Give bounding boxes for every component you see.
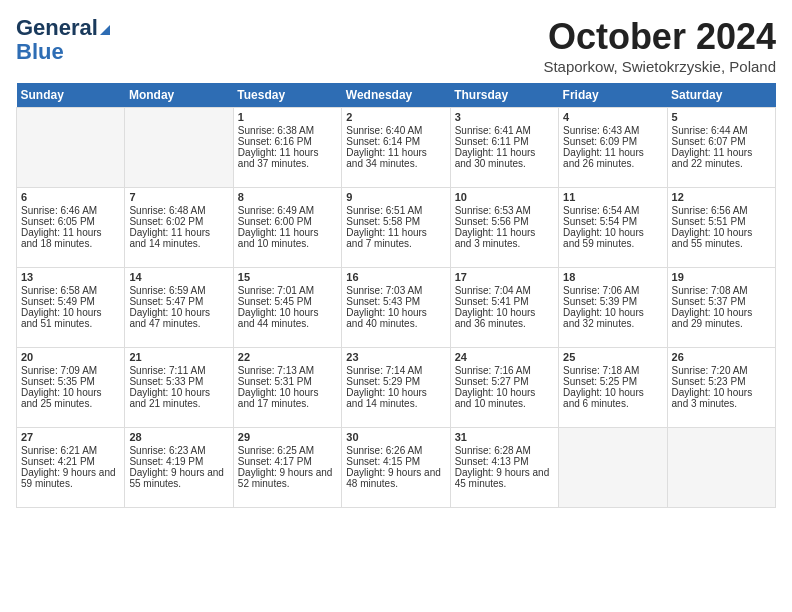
day-number: 3 xyxy=(455,111,554,123)
day-number: 8 xyxy=(238,191,337,203)
day-number: 14 xyxy=(129,271,228,283)
calendar-cell: 31 Sunrise: 6:28 AM Sunset: 4:13 PM Dayl… xyxy=(450,428,558,508)
logo-arrow-icon xyxy=(100,25,110,35)
sunrise-text: Sunrise: 7:20 AM xyxy=(672,365,748,376)
sunrise-text: Sunrise: 7:04 AM xyxy=(455,285,531,296)
daylight-text: Daylight: 9 hours and 55 minutes. xyxy=(129,467,224,489)
sunrise-text: Sunrise: 7:14 AM xyxy=(346,365,422,376)
sunset-text: Sunset: 6:16 PM xyxy=(238,136,312,147)
calendar-cell: 29 Sunrise: 6:25 AM Sunset: 4:17 PM Dayl… xyxy=(233,428,341,508)
calendar-cell: 3 Sunrise: 6:41 AM Sunset: 6:11 PM Dayli… xyxy=(450,108,558,188)
sunset-text: Sunset: 5:35 PM xyxy=(21,376,95,387)
daylight-text: Daylight: 11 hours and 10 minutes. xyxy=(238,227,319,249)
day-number: 21 xyxy=(129,351,228,363)
daylight-text: Daylight: 11 hours and 26 minutes. xyxy=(563,147,644,169)
day-number: 12 xyxy=(672,191,771,203)
calendar-cell: 12 Sunrise: 6:56 AM Sunset: 5:51 PM Dayl… xyxy=(667,188,775,268)
day-number: 1 xyxy=(238,111,337,123)
day-number: 29 xyxy=(238,431,337,443)
sunrise-text: Sunrise: 6:53 AM xyxy=(455,205,531,216)
day-number: 24 xyxy=(455,351,554,363)
week-row-2: 6 Sunrise: 6:46 AM Sunset: 6:05 PM Dayli… xyxy=(17,188,776,268)
daylight-text: Daylight: 10 hours and 25 minutes. xyxy=(21,387,102,409)
week-row-1: 1 Sunrise: 6:38 AM Sunset: 6:16 PM Dayli… xyxy=(17,108,776,188)
calendar-cell: 25 Sunrise: 7:18 AM Sunset: 5:25 PM Dayl… xyxy=(559,348,667,428)
day-number: 20 xyxy=(21,351,120,363)
sunrise-text: Sunrise: 6:51 AM xyxy=(346,205,422,216)
daylight-text: Daylight: 10 hours and 36 minutes. xyxy=(455,307,536,329)
sunset-text: Sunset: 5:33 PM xyxy=(129,376,203,387)
calendar-cell: 8 Sunrise: 6:49 AM Sunset: 6:00 PM Dayli… xyxy=(233,188,341,268)
calendar-cell: 6 Sunrise: 6:46 AM Sunset: 6:05 PM Dayli… xyxy=(17,188,125,268)
sunrise-text: Sunrise: 7:01 AM xyxy=(238,285,314,296)
sunset-text: Sunset: 5:29 PM xyxy=(346,376,420,387)
day-number: 23 xyxy=(346,351,445,363)
logo: General Blue xyxy=(16,16,110,64)
sunset-text: Sunset: 6:05 PM xyxy=(21,216,95,227)
daylight-text: Daylight: 10 hours and 3 minutes. xyxy=(672,387,753,409)
daylight-text: Daylight: 9 hours and 48 minutes. xyxy=(346,467,441,489)
col-thursday: Thursday xyxy=(450,83,558,108)
calendar-cell: 26 Sunrise: 7:20 AM Sunset: 5:23 PM Dayl… xyxy=(667,348,775,428)
sunset-text: Sunset: 4:15 PM xyxy=(346,456,420,467)
sunset-text: Sunset: 4:13 PM xyxy=(455,456,529,467)
daylight-text: Daylight: 11 hours and 14 minutes. xyxy=(129,227,210,249)
daylight-text: Daylight: 9 hours and 52 minutes. xyxy=(238,467,333,489)
month-title: October 2024 xyxy=(543,16,776,58)
sunrise-text: Sunrise: 7:16 AM xyxy=(455,365,531,376)
sunset-text: Sunset: 6:14 PM xyxy=(346,136,420,147)
day-number: 16 xyxy=(346,271,445,283)
calendar-cell: 11 Sunrise: 6:54 AM Sunset: 5:54 PM Dayl… xyxy=(559,188,667,268)
calendar-cell: 5 Sunrise: 6:44 AM Sunset: 6:07 PM Dayli… xyxy=(667,108,775,188)
daylight-text: Daylight: 11 hours and 7 minutes. xyxy=(346,227,427,249)
day-number: 9 xyxy=(346,191,445,203)
day-number: 10 xyxy=(455,191,554,203)
title-area: October 2024 Staporkow, Swietokrzyskie, … xyxy=(543,16,776,75)
sunset-text: Sunset: 5:37 PM xyxy=(672,296,746,307)
day-number: 2 xyxy=(346,111,445,123)
sunrise-text: Sunrise: 6:44 AM xyxy=(672,125,748,136)
sunrise-text: Sunrise: 7:09 AM xyxy=(21,365,97,376)
sunset-text: Sunset: 5:41 PM xyxy=(455,296,529,307)
sunrise-text: Sunrise: 7:08 AM xyxy=(672,285,748,296)
daylight-text: Daylight: 10 hours and 21 minutes. xyxy=(129,387,210,409)
daylight-text: Daylight: 11 hours and 37 minutes. xyxy=(238,147,319,169)
sunrise-text: Sunrise: 6:54 AM xyxy=(563,205,639,216)
calendar-cell: 17 Sunrise: 7:04 AM Sunset: 5:41 PM Dayl… xyxy=(450,268,558,348)
week-row-5: 27 Sunrise: 6:21 AM Sunset: 4:21 PM Dayl… xyxy=(17,428,776,508)
calendar-cell: 13 Sunrise: 6:58 AM Sunset: 5:49 PM Dayl… xyxy=(17,268,125,348)
col-friday: Friday xyxy=(559,83,667,108)
calendar-cell: 23 Sunrise: 7:14 AM Sunset: 5:29 PM Dayl… xyxy=(342,348,450,428)
page-header: General Blue October 2024 Staporkow, Swi… xyxy=(16,16,776,75)
calendar-cell xyxy=(17,108,125,188)
day-number: 26 xyxy=(672,351,771,363)
logo-text-blue: Blue xyxy=(16,40,64,64)
calendar-cell: 4 Sunrise: 6:43 AM Sunset: 6:09 PM Dayli… xyxy=(559,108,667,188)
calendar-cell: 2 Sunrise: 6:40 AM Sunset: 6:14 PM Dayli… xyxy=(342,108,450,188)
sunrise-text: Sunrise: 6:40 AM xyxy=(346,125,422,136)
sunset-text: Sunset: 5:25 PM xyxy=(563,376,637,387)
sunset-text: Sunset: 5:56 PM xyxy=(455,216,529,227)
daylight-text: Daylight: 10 hours and 32 minutes. xyxy=(563,307,644,329)
sunset-text: Sunset: 6:11 PM xyxy=(455,136,529,147)
header-row: Sunday Monday Tuesday Wednesday Thursday… xyxy=(17,83,776,108)
daylight-text: Daylight: 9 hours and 45 minutes. xyxy=(455,467,550,489)
daylight-text: Daylight: 10 hours and 55 minutes. xyxy=(672,227,753,249)
daylight-text: Daylight: 10 hours and 14 minutes. xyxy=(346,387,427,409)
daylight-text: Daylight: 10 hours and 44 minutes. xyxy=(238,307,319,329)
sunrise-text: Sunrise: 6:26 AM xyxy=(346,445,422,456)
day-number: 18 xyxy=(563,271,662,283)
calendar-table: Sunday Monday Tuesday Wednesday Thursday… xyxy=(16,83,776,508)
day-number: 27 xyxy=(21,431,120,443)
day-number: 5 xyxy=(672,111,771,123)
calendar-cell: 18 Sunrise: 7:06 AM Sunset: 5:39 PM Dayl… xyxy=(559,268,667,348)
daylight-text: Daylight: 9 hours and 59 minutes. xyxy=(21,467,116,489)
calendar-cell: 27 Sunrise: 6:21 AM Sunset: 4:21 PM Dayl… xyxy=(17,428,125,508)
calendar-cell: 14 Sunrise: 6:59 AM Sunset: 5:47 PM Dayl… xyxy=(125,268,233,348)
day-number: 22 xyxy=(238,351,337,363)
col-monday: Monday xyxy=(125,83,233,108)
sunset-text: Sunset: 5:39 PM xyxy=(563,296,637,307)
day-number: 4 xyxy=(563,111,662,123)
daylight-text: Daylight: 10 hours and 47 minutes. xyxy=(129,307,210,329)
day-number: 31 xyxy=(455,431,554,443)
